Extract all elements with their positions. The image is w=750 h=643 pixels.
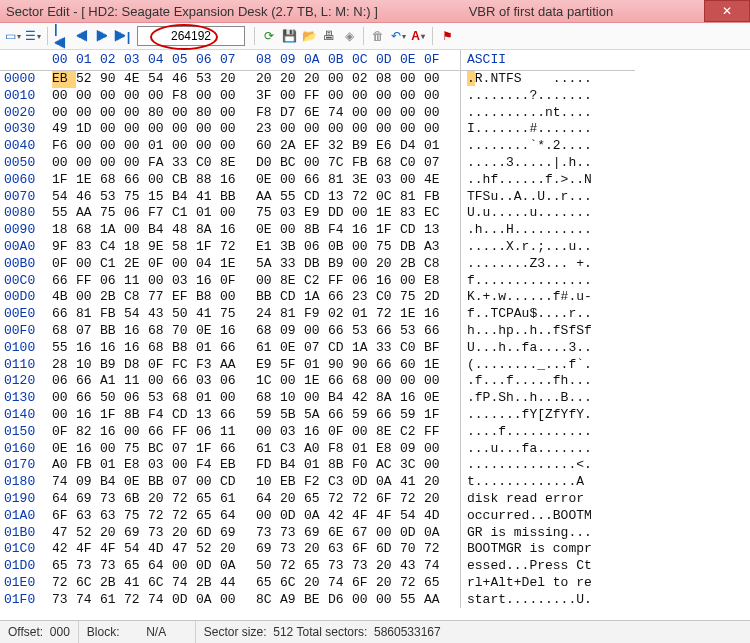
hex-byte[interactable]: 06 — [100, 273, 124, 290]
hex-byte[interactable]: 8A — [376, 390, 400, 407]
hex-byte[interactable]: 1A — [352, 340, 376, 357]
hex-byte[interactable]: 66 — [52, 306, 76, 323]
hex-byte[interactable]: 60 — [400, 357, 424, 374]
hex-byte[interactable]: 72 — [220, 239, 244, 256]
hex-byte[interactable]: D6 — [328, 592, 352, 608]
hex-byte[interactable]: B9 — [328, 256, 352, 273]
hex-byte[interactable]: 52 — [196, 541, 220, 558]
hex-byte[interactable]: 6C — [148, 575, 172, 592]
hex-byte[interactable]: 66 — [76, 373, 100, 390]
hex-byte[interactable]: 1D — [76, 121, 100, 138]
ascii-cell[interactable]: ........?....... — [461, 88, 636, 105]
hex-byte[interactable]: 00 — [400, 273, 424, 290]
hex-byte[interactable]: 00 — [304, 323, 328, 340]
hex-byte[interactable]: 01 — [100, 457, 124, 474]
hex-byte[interactable]: C8 — [124, 289, 148, 306]
ascii-cell[interactable]: f............... — [461, 273, 636, 290]
hex-byte[interactable]: 43 — [400, 558, 424, 575]
delete-icon[interactable]: 🗑 — [369, 27, 387, 45]
hex-byte[interactable]: 00 — [52, 407, 76, 424]
hex-byte[interactable]: 07 — [76, 323, 100, 340]
ascii-cell[interactable]: GR is missing... — [461, 525, 636, 542]
hex-byte[interactable]: BB — [148, 474, 172, 491]
hex-byte[interactable]: F7 — [148, 205, 172, 222]
hex-byte[interactable]: 53 — [352, 323, 376, 340]
hex-byte[interactable]: 66 — [328, 323, 352, 340]
hex-byte[interactable]: 00 — [148, 121, 172, 138]
ascii-cell[interactable]: K.+.w......f#.u- — [461, 289, 636, 306]
hex-byte[interactable]: 00 — [352, 121, 376, 138]
hex-byte[interactable]: 2B — [196, 575, 220, 592]
hex-byte[interactable]: 83 — [400, 205, 424, 222]
hex-byte[interactable]: 00 — [100, 138, 124, 155]
hex-byte[interactable]: 20 — [376, 256, 400, 273]
hex-byte[interactable]: 00 — [148, 273, 172, 290]
hex-byte[interactable]: BC — [148, 441, 172, 458]
hex-byte[interactable]: 13 — [424, 222, 448, 239]
hex-byte[interactable]: 11 — [220, 424, 244, 441]
hex-byte[interactable]: 73 — [76, 558, 100, 575]
hex-byte[interactable]: 00 — [100, 105, 124, 122]
hex-byte[interactable]: FF — [172, 424, 196, 441]
hex-byte[interactable]: 28 — [52, 357, 76, 374]
hex-byte[interactable]: 00 — [352, 88, 376, 105]
ascii-cell[interactable]: .h...H.......... — [461, 222, 636, 239]
hex-byte[interactable]: 1E — [304, 373, 328, 390]
hex-byte[interactable]: E1 — [256, 239, 280, 256]
hex-byte[interactable]: 00 — [328, 88, 352, 105]
hex-byte[interactable]: 1F — [52, 172, 76, 189]
hex-byte[interactable]: 68 — [148, 340, 172, 357]
hex-byte[interactable]: 16 — [76, 340, 100, 357]
hex-byte[interactable]: F4 — [148, 407, 172, 424]
hex-byte[interactable]: 0F — [220, 273, 244, 290]
hex-byte[interactable]: 2B — [100, 289, 124, 306]
hex-byte[interactable]: 20 — [376, 575, 400, 592]
sector-number-input[interactable]: 264192 — [137, 26, 245, 46]
hex-byte[interactable]: 09 — [280, 323, 304, 340]
ascii-cell[interactable]: disk read error — [461, 491, 636, 508]
ascii-cell[interactable]: ..............<. — [461, 457, 636, 474]
hex-byte[interactable]: 3E — [352, 172, 376, 189]
hex-byte[interactable]: 55 — [52, 340, 76, 357]
hex-byte[interactable]: 6F — [352, 575, 376, 592]
hex-byte[interactable]: A9 — [280, 592, 304, 608]
hex-byte[interactable]: 73 — [52, 592, 76, 608]
hex-byte[interactable]: 0F — [52, 256, 76, 273]
hex-byte[interactable]: 00 — [220, 289, 244, 306]
hex-byte[interactable]: 0D — [196, 558, 220, 575]
hex-byte[interactable]: 6B — [124, 491, 148, 508]
hex-byte[interactable]: 00 — [424, 88, 448, 105]
hex-byte[interactable]: 72 — [172, 491, 196, 508]
hex-byte[interactable]: 1F — [100, 407, 124, 424]
hex-byte[interactable]: 66 — [376, 357, 400, 374]
hex-byte[interactable]: 00 — [424, 373, 448, 390]
hex-byte[interactable]: 01 — [304, 357, 328, 374]
hex-byte[interactable]: FF — [424, 424, 448, 441]
hex-byte[interactable]: 4F — [376, 508, 400, 525]
hex-byte[interactable]: 1E — [424, 357, 448, 374]
hex-byte[interactable]: 00 — [124, 121, 148, 138]
hex-byte[interactable]: 67 — [352, 525, 376, 542]
hex-byte[interactable]: 6E — [304, 105, 328, 122]
hex-byte[interactable]: 20 — [148, 491, 172, 508]
hex-byte[interactable]: 69 — [304, 525, 328, 542]
hex-byte[interactable]: 73 — [256, 525, 280, 542]
hex-byte[interactable]: 66 — [220, 441, 244, 458]
hex-byte[interactable]: 0E — [256, 172, 280, 189]
hex-byte[interactable]: 49 — [52, 121, 76, 138]
hex-byte[interactable]: 00 — [352, 205, 376, 222]
hex-byte[interactable]: 03 — [148, 457, 172, 474]
ascii-cell[interactable]: U.u.....u....... — [461, 205, 636, 222]
hex-byte[interactable]: 66 — [76, 390, 100, 407]
hex-byte[interactable]: 1E — [376, 205, 400, 222]
hex-byte[interactable]: C0 — [196, 155, 220, 172]
hex-byte[interactable]: 48 — [172, 222, 196, 239]
hex-byte[interactable]: 06 — [124, 390, 148, 407]
hex-byte[interactable]: 8B — [304, 222, 328, 239]
hex-byte[interactable]: 0E — [256, 222, 280, 239]
hex-byte[interactable]: 75 — [124, 441, 148, 458]
hex-byte[interactable]: 68 — [148, 323, 172, 340]
hex-byte[interactable]: 02 — [352, 71, 376, 88]
hex-byte[interactable]: 1F — [376, 222, 400, 239]
hex-byte[interactable]: 83 — [76, 239, 100, 256]
